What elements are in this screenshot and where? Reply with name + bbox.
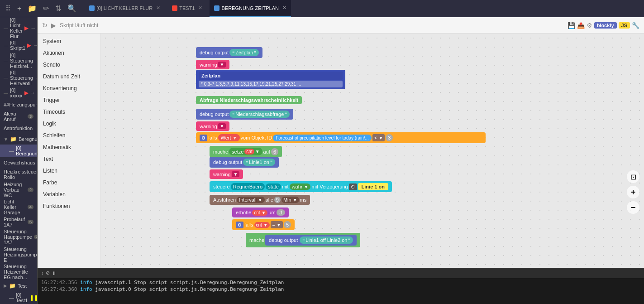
block-zeitplan[interactable]: Zeitplan * 0,3-7 1,3,5,7,9,11,13,15,17,1…: [196, 70, 345, 89]
zoom-in-button[interactable]: +: [627, 186, 639, 198]
block-mache2[interactable]: mache debug output ❝ Linie1 off Linie2 o…: [246, 233, 360, 247]
sidebar-item-heizungspumpe[interactable]: ##Heizungspumpe1A7Autom...: [0, 99, 37, 110]
compare-block[interactable]: < ▼: [372, 134, 385, 141]
log-clear-icon[interactable]: ⊘: [46, 270, 50, 276]
sidebar-item-skript1[interactable]: — [0] Skript1 ▶ →: [0, 39, 37, 52]
log-pause-icon[interactable]: ⏸: [52, 270, 57, 276]
min-dropdown[interactable]: ▼: [293, 198, 297, 203]
blockly-badge[interactable]: blockly: [594, 22, 617, 29]
sidebar-item-heizventile-eg[interactable]: Steuerung Heizventile EG nach...: [0, 263, 37, 280]
neg-1[interactable]: -1: [277, 209, 286, 216]
sidebar-item-steuerung-heizventil[interactable]: — [0] Steuerung Heizventil →: [0, 69, 37, 87]
settings-icon[interactable]: ⚙: [587, 22, 592, 29]
warning-dropdown-1[interactable]: ▼: [218, 62, 226, 68]
eq-dropdown[interactable]: ▼: [277, 222, 281, 227]
sidebar-item-steuerung-heizkreis[interactable]: — [0] Steuerung Heizkrei... →: [0, 52, 37, 69]
refresh-icon[interactable]: ↻: [42, 22, 48, 29]
block-warning2[interactable]: warning ▼: [196, 121, 229, 131]
sidebar-item-licht-garage[interactable]: Licht Keller Garage 4: [0, 198, 37, 216]
cat-funktionen[interactable]: Funktionen: [38, 200, 100, 212]
arrow-right-icon[interactable]: →: [30, 25, 36, 31]
block-debug1[interactable]: debug output ❝ Zeitplan ❞: [196, 47, 262, 58]
tab-test1[interactable]: TEST1 ✕: [167, 0, 207, 17]
sidebar-item-astro[interactable]: Astrofunktion: [0, 123, 37, 134]
sidebar-item-xxxxx[interactable]: — [0] xxxxx ▶ →: [0, 87, 37, 99]
wert-dropdown[interactable]: ▼: [233, 135, 237, 140]
close-icon[interactable]: ✕: [156, 5, 160, 11]
sidebar-folder-beregnung[interactable]: ▼ 📁 Beregnung: [0, 134, 37, 145]
plus-icon[interactable]: +: [15, 4, 23, 14]
cat-text[interactable]: Text: [38, 153, 100, 165]
tab-beregnung[interactable]: BEREGNUNG ZEITPLAN ✕: [210, 0, 291, 17]
sidebar-item-gewachshaus[interactable]: Gewächshaus 3: [0, 157, 37, 168]
cat-aktionen[interactable]: Aktionen: [38, 47, 100, 59]
play-icon[interactable]: ▶: [24, 90, 29, 96]
num-9[interactable]: 9: [274, 197, 281, 203]
sidebar-folder-test[interactable]: ▶ 📁 Test: [0, 280, 37, 291]
wert-block[interactable]: Wert ▼: [218, 134, 240, 141]
wahr-dropdown[interactable]: ▼: [304, 184, 309, 189]
sidebar-item-heizkreis-rollo[interactable]: Heizkreissteuerung Rollo 2: [0, 168, 37, 181]
min-block[interactable]: Min ▼: [281, 197, 299, 203]
canvas[interactable]: debug output ❝ Zeitplan ❞ warning: [101, 34, 644, 268]
sidebar-item-beregnung-zei[interactable]: — [0] Beregnung_Zei... →: [0, 145, 37, 157]
block-falls1[interactable]: ⚙ falls Wert ▼ vom Objekt ID Forecast of…: [196, 132, 486, 143]
cnt-var-3[interactable]: cnt ▼: [254, 222, 270, 228]
sidebar-item-test1[interactable]: — [0] Test1 ❚❚ →: [0, 291, 37, 304]
interval-block[interactable]: Intervall ▼: [237, 197, 265, 203]
swap-icon[interactable]: ⇅: [53, 3, 63, 14]
arrow-right-icon[interactable]: →: [33, 42, 38, 48]
block-warning1[interactable]: warning ▼: [196, 60, 229, 69]
sidebar-item-heizungspumpe-e[interactable]: Steuerung Heizungspumpe E 2: [0, 246, 37, 263]
block-debug2[interactable]: debug output ❝ Niederschlagsabfrage ❞: [196, 109, 293, 120]
tab-licht-keller[interactable]: [0] LICHT KELLER FLUR ✕: [85, 0, 165, 17]
cat-sendto[interactable]: Sendto: [38, 59, 100, 71]
block-erhohe1[interactable]: erhöhe cnt ▼ um -1: [232, 207, 289, 217]
block-falls2[interactable]: ⚙ falls cnt ▼ = ▼ 5: [232, 219, 295, 230]
num-5[interactable]: 5: [284, 221, 291, 228]
cnt-dropdown-2[interactable]: ▼: [263, 222, 268, 227]
cat-system[interactable]: System: [38, 35, 100, 47]
play-icon[interactable]: ▶: [24, 25, 29, 31]
warning-dropdown-3[interactable]: ▼: [232, 171, 240, 177]
sidebar-item-hauptpumpe[interactable]: Steuerung Hauptpumpe 1A7 2: [0, 228, 37, 246]
sidebar-item-alexa[interactable]: Alexa Anruf 3: [0, 110, 37, 123]
block-warning3[interactable]: warning ▼: [210, 169, 243, 179]
grid-icon[interactable]: ⠿: [4, 3, 13, 14]
js-badge[interactable]: JS: [619, 22, 630, 29]
num-block-1[interactable]: 3: [386, 134, 393, 141]
block-mache1[interactable]: mache setze cnt ▼ auf 6: [210, 146, 282, 157]
sidebar-item-heizung-vorbau[interactable]: Heizung Vorbau WC 2: [0, 181, 37, 198]
wahr-block[interactable]: wahr ▼: [290, 183, 311, 190]
search-icon[interactable]: 🔍: [66, 3, 78, 14]
export-icon[interactable]: 📤: [577, 22, 585, 29]
log-arrow-icon[interactable]: ↕: [41, 270, 44, 276]
cat-logik[interactable]: Logik: [38, 118, 100, 130]
edit-icon[interactable]: ✏: [41, 3, 51, 14]
cat-mathematik[interactable]: Mathematik: [38, 141, 100, 153]
setze-block[interactable]: setze cnt ▼: [229, 148, 262, 155]
cat-schleifen[interactable]: Schleifen: [38, 130, 100, 141]
close-icon-test1[interactable]: ✕: [198, 5, 202, 11]
folder-icon[interactable]: 📁: [26, 3, 38, 14]
close-icon-beregnung[interactable]: ✕: [282, 5, 286, 11]
cat-variablen[interactable]: Variablen: [38, 188, 100, 200]
zoom-fit-button[interactable]: ⊡: [627, 170, 639, 183]
save-icon[interactable]: 💾: [568, 22, 575, 29]
interval-dropdown[interactable]: ▼: [258, 198, 262, 203]
num-6[interactable]: 6: [271, 148, 278, 155]
sidebar-item-licht-keller-flur[interactable]: — [0] Licht Keller Flur ▶ →: [0, 17, 37, 39]
play-script-icon[interactable]: ▶: [51, 22, 56, 29]
sidebar-item-probelauf[interactable]: Probelauf 1A7 5: [0, 216, 37, 228]
cat-timeouts[interactable]: Timeouts: [38, 106, 100, 118]
cnt-dropdown[interactable]: ▼: [261, 210, 266, 215]
block-debug3[interactable]: debug output ❝ Linie1 on ❞: [210, 157, 279, 168]
setze-dropdown[interactable]: ▼: [255, 149, 260, 154]
eq-block[interactable]: = ▼: [271, 221, 283, 228]
debug-output-inner[interactable]: debug output ❝ Linie1 off Linie2 on ❞: [265, 235, 357, 246]
warning-dropdown-2[interactable]: ▼: [218, 123, 226, 129]
play-icon[interactable]: ▶: [27, 42, 31, 48]
arrow-right-icon[interactable]: →: [30, 90, 36, 96]
wrench-icon[interactable]: 🔧: [632, 22, 639, 29]
cat-konvertierung[interactable]: Konvertierung: [38, 82, 100, 94]
